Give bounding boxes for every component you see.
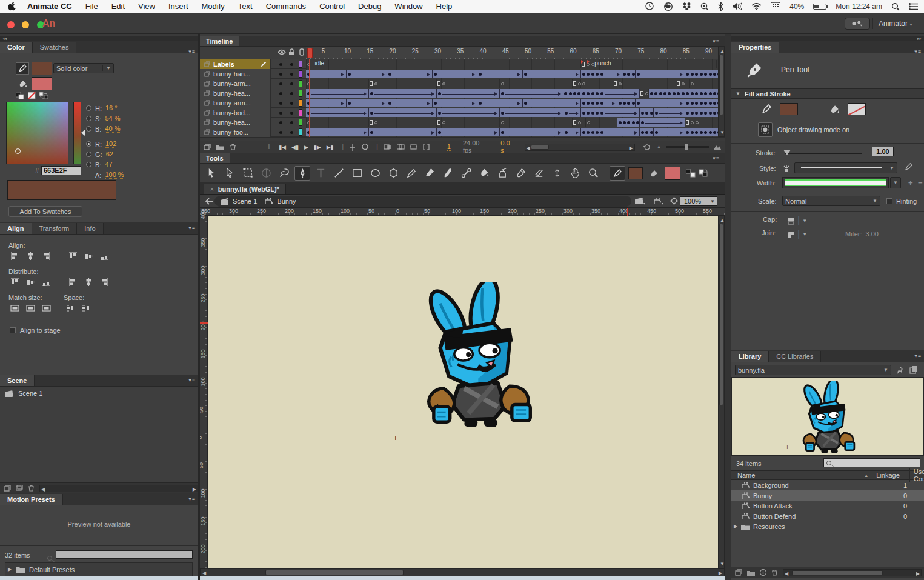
keychain-icon[interactable] [700,2,709,11]
s-radio[interactable] [86,116,91,121]
spotlight-icon[interactable] [891,2,900,11]
gradient-transform-tool[interactable] [258,166,274,181]
left-divider[interactable] [198,34,200,580]
stroke-color-swatch[interactable] [32,62,52,75]
apple-icon[interactable] [8,2,16,11]
g-value[interactable]: 62 [106,150,113,158]
library-item-background[interactable]: Background1 [731,480,924,490]
go-last-frame-button[interactable]: ▶▮ [327,144,334,150]
dropbox-icon[interactable] [682,2,691,11]
align-horizontal-center-button[interactable] [25,252,36,261]
delete-scene-button[interactable] [28,485,35,492]
panel-collapse-strip[interactable]: ▸▸ [731,36,924,41]
sync-icon[interactable] [645,2,654,11]
align-left-button[interactable] [10,252,20,261]
width-profile-arrow[interactable]: ▼ [890,177,901,188]
new-layer-button[interactable] [204,144,211,150]
notification-center-icon[interactable] [909,3,918,10]
menu-edit[interactable]: Edit [111,2,125,11]
layer-outline-color-chip[interactable] [299,128,302,136]
new-folder-button[interactable] [747,570,755,576]
center-stage-button[interactable] [670,197,678,205]
layer-outline-color-chip[interactable] [299,80,302,87]
scene-scrollbar[interactable]: ◀▶ [39,485,198,492]
add-scene-button[interactable] [4,485,11,492]
scene-list-item[interactable]: Scene 1 [0,388,198,399]
menu-control[interactable]: Control [319,2,345,11]
edit-symbol-button[interactable] [653,197,663,205]
match-width-button[interactable] [10,304,20,313]
tab-library[interactable]: Library [731,351,769,362]
hue-slider[interactable] [73,102,81,164]
timeline-layer-row[interactable]: bunny-hea... [200,118,725,127]
layer-outline-color-chip[interactable] [299,109,302,116]
tool-stroke-swatch[interactable] [628,167,643,179]
menu-clock[interactable]: Mon 12:24 am [836,2,882,11]
distribute-top-button[interactable] [10,278,20,287]
library-item-button-attack[interactable]: Button Attack0 [731,501,924,511]
panel-menu-icon[interactable]: ▾≡ [914,353,922,359]
layer-visibility-dot[interactable] [279,121,282,124]
default-colors-icon[interactable] [699,169,708,178]
h-value[interactable]: 16 ° [105,104,118,112]
layer-lock-dot[interactable] [290,73,293,76]
column-linkage[interactable]: Linkage [872,472,900,479]
new-symbol-button[interactable] [735,569,742,576]
library-item-button-defend[interactable]: Button Defend0 [731,511,924,521]
properties-fill-swatch-none[interactable] [848,103,866,115]
elapsed-time-field[interactable]: 0.0 s [500,139,514,155]
creative-cloud-icon[interactable] [663,2,673,11]
g-radio[interactable] [86,152,91,157]
onion-skin-outlines-button[interactable] [397,144,405,150]
library-search-input[interactable] [823,458,920,467]
polystar-tool[interactable] [385,166,401,181]
delete-layer-button[interactable] [230,144,236,150]
zoom-in-frames-icon[interactable] [714,144,721,150]
breadcrumb-scene[interactable]: Scene 1 [233,198,257,205]
subselection-tool[interactable] [222,166,238,181]
new-folder-button[interactable] [216,144,224,150]
s-value[interactable]: 54 % [105,115,120,122]
panel-menu-icon[interactable]: ▾≡ [188,377,196,383]
r-radio[interactable] [86,141,91,147]
tool-fill-color-icon[interactable] [646,166,662,181]
current-frame-field[interactable]: 1 [447,143,451,151]
swap-colors-icon[interactable] [39,92,48,99]
pin-library-icon[interactable] [896,366,905,374]
breadcrumb-symbol[interactable]: Bunny [277,198,296,205]
menu-debug[interactable]: Debug [358,2,381,11]
layer-frames[interactable] [306,108,718,118]
tool-fill-swatch[interactable] [665,167,680,180]
menu-file[interactable]: File [85,2,98,11]
tab-scene[interactable]: Scene [0,375,35,386]
step-back-button[interactable]: ◀▮ [291,144,299,150]
timeline-layer-row[interactable]: Labelsidlepunch [200,59,725,69]
duplicate-scene-button[interactable] [16,485,23,492]
pen-tool[interactable] [294,166,310,181]
distribute-left-button[interactable] [68,278,78,287]
align-right-button[interactable] [41,252,52,261]
distribute-horizontal-center-button[interactable] [84,278,94,287]
line-tool[interactable] [331,166,347,181]
timeline-layer-row[interactable]: bunny-han... [200,69,725,79]
b2-radio[interactable] [86,162,91,167]
width-tool[interactable] [549,166,565,181]
back-button[interactable] [205,198,213,205]
edit-scene-button[interactable] [635,197,645,205]
panel-menu-icon[interactable]: ▾≡ [713,38,720,44]
layer-frames[interactable] [306,118,718,127]
cap-style-button[interactable]: |▼ [787,215,807,226]
match-height-button[interactable] [25,304,36,313]
stroke-size-field[interactable]: 1.00 [872,147,894,156]
hex-input[interactable]: 663E2F [41,166,81,175]
tab-swatches[interactable]: Swatches [33,42,77,53]
zoom-out-frames-icon[interactable]: ▲ [657,144,662,150]
menu-view[interactable]: View [138,2,155,11]
tab-info[interactable]: Info [77,223,103,234]
hue-slider-arrow[interactable] [81,130,85,136]
stroke-style-icon[interactable] [782,164,791,173]
modify-markers-button[interactable] [422,144,430,150]
presets-search-input[interactable] [56,550,193,559]
zoom-tool[interactable] [585,166,601,181]
distribute-bottom-button[interactable] [41,278,52,287]
